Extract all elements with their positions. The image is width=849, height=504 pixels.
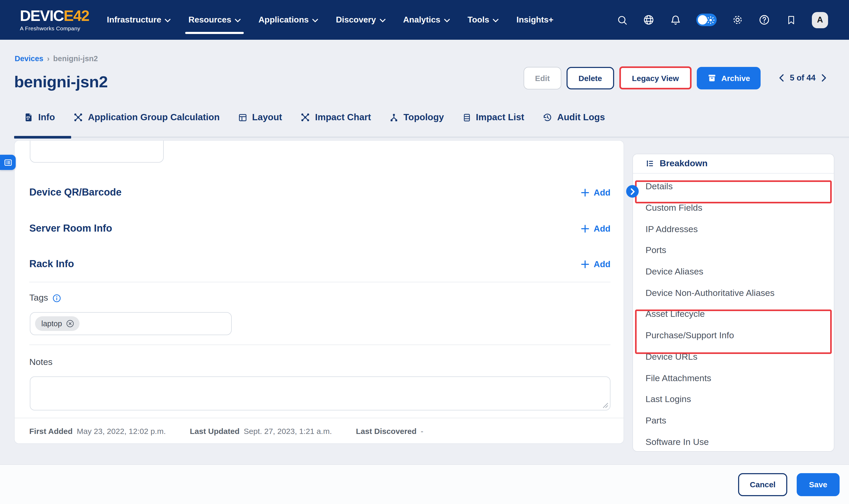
document-icon xyxy=(24,112,34,122)
active-tab-indicator xyxy=(14,136,71,139)
add-server-room-info-button[interactable]: Add xyxy=(581,223,611,233)
breadcrumb: Devices › benigni-jsn2 xyxy=(15,54,98,63)
edit-button[interactable]: Edit xyxy=(524,67,561,89)
sidebar-item-device-aliases[interactable]: Device Aliases xyxy=(633,262,834,283)
sun-icon xyxy=(706,15,715,24)
notifications-bell-icon[interactable] xyxy=(670,14,681,25)
sidebar-item-file-attachments[interactable]: File Attachments xyxy=(633,367,834,389)
archive-button[interactable]: Archive xyxy=(697,67,761,89)
globe-icon[interactable] xyxy=(643,14,654,25)
sidebar-item-last-logins[interactable]: Last Logins xyxy=(633,389,834,410)
form-action-bar: Cancel Save xyxy=(0,464,849,504)
avatar[interactable]: A xyxy=(812,12,828,28)
info-icon[interactable] xyxy=(52,293,61,303)
list-rows-icon xyxy=(462,113,471,122)
sidebar-item-device-non-authoritative-aliases[interactable]: Device Non-Authoritative Aliases xyxy=(633,283,834,304)
nav-item-insights[interactable]: Insights+ xyxy=(516,12,553,28)
tab-application-group-calculation[interactable]: Application Group Calculation xyxy=(73,112,220,123)
tab-info[interactable]: Info xyxy=(24,112,55,123)
tags-label: Tags xyxy=(29,293,48,303)
breakdown-title: Breakdown xyxy=(660,158,707,169)
plus-icon xyxy=(581,224,589,232)
nav-item-resources[interactable]: Resources xyxy=(189,12,241,28)
legacy-view-button[interactable]: Legacy View xyxy=(621,68,690,88)
section-server-room-info: Server Room Info Add xyxy=(29,220,611,237)
nav-item-discovery[interactable]: Discovery xyxy=(336,12,385,28)
tab-layout[interactable]: Layout xyxy=(238,112,282,123)
nav-item-analytics[interactable]: Analytics xyxy=(403,12,449,28)
logo-wordmark: DEVICE42 xyxy=(20,8,89,24)
notes-label-row: Notes xyxy=(29,357,53,367)
remove-tag-icon[interactable] xyxy=(66,320,74,328)
bookmark-icon[interactable] xyxy=(785,14,797,25)
breakdown-header: Breakdown xyxy=(633,154,834,174)
history-icon xyxy=(543,112,552,122)
sidebar-item-custom-fields[interactable]: Custom Fields xyxy=(633,197,834,218)
settings-gear-icon[interactable] xyxy=(732,14,743,25)
sidebar-item-purchase-support-info[interactable]: Purchase/Support Info xyxy=(633,325,834,346)
next-record-icon[interactable] xyxy=(821,74,827,82)
tags-label-row: Tags xyxy=(29,293,61,303)
add-rack-info-button[interactable]: Add xyxy=(581,259,611,269)
collapse-breakdown-button[interactable] xyxy=(626,185,639,198)
network-icon xyxy=(301,112,311,122)
meta-last-updated: Last UpdatedSept. 27, 2023, 1:21 a.m. xyxy=(190,426,332,435)
tab-impact-chart[interactable]: Impact Chart xyxy=(301,112,371,123)
divider xyxy=(29,282,611,282)
main-nav: Infrastructure Resources Applications Di… xyxy=(107,12,553,28)
breadcrumb-separator: › xyxy=(47,54,50,63)
tab-impact-list[interactable]: Impact List xyxy=(462,112,524,123)
meta-first-added: First AddedMay 23, 2022, 12:02 p.m. xyxy=(29,426,166,435)
network-icon xyxy=(73,112,83,122)
previous-record-icon[interactable] xyxy=(779,74,784,82)
sidebar-item-ports[interactable]: Ports xyxy=(633,240,834,261)
tab-audit-logs[interactable]: Audit Logs xyxy=(543,112,605,123)
section-rack-info: Rack Info Add xyxy=(29,256,611,272)
page: DEVICE42 A Freshworks Company Infrastruc… xyxy=(0,0,849,504)
sidebar-item-software-in-use[interactable]: Software In Use xyxy=(633,432,834,452)
page-actions: Edit Delete Legacy View Archive 5 of 44 xyxy=(524,67,827,89)
scrolled-input-field[interactable] xyxy=(30,140,164,163)
logo[interactable]: DEVICE42 A Freshworks Company xyxy=(20,8,89,31)
tags-input[interactable]: laptop xyxy=(30,312,232,335)
tree-list-icon xyxy=(645,159,654,168)
save-button[interactable]: Save xyxy=(797,473,839,496)
add-device-qr-barcode-button[interactable]: Add xyxy=(581,187,611,197)
section-title: Rack Info xyxy=(29,258,74,270)
toggle-knob xyxy=(698,15,707,24)
notes-textarea[interactable] xyxy=(30,377,610,410)
pagination-count: 5 of 44 xyxy=(790,73,815,83)
tag-chip-laptop: laptop xyxy=(35,316,79,331)
chevron-down-icon xyxy=(312,19,318,22)
cancel-button[interactable]: Cancel xyxy=(738,473,787,496)
breakdown-panel: Breakdown Details Custom Fields IP Addre… xyxy=(633,154,834,452)
help-icon[interactable] xyxy=(759,14,770,25)
tab-underline-track xyxy=(14,137,849,138)
sidebar-item-parts[interactable]: Parts xyxy=(633,410,834,431)
meta-last-discovered: Last Discovered- xyxy=(356,426,423,435)
logo-tagline: A Freshworks Company xyxy=(20,26,89,31)
nav-item-infrastructure[interactable]: Infrastructure xyxy=(107,12,171,28)
notes-label: Notes xyxy=(29,357,53,367)
device-tabs: Info Application Group Calculation Layou… xyxy=(24,112,605,123)
nav-item-applications[interactable]: Applications xyxy=(259,12,318,28)
theme-toggle[interactable] xyxy=(696,14,717,26)
sidebar-item-ip-addresses[interactable]: IP Addresses xyxy=(633,219,834,240)
annotation-highlight-legacy-view: Legacy View xyxy=(619,67,692,89)
sidebar-item-details[interactable]: Details xyxy=(633,176,834,197)
page-title: benigni-jsn2 xyxy=(14,73,108,91)
notes-field-wrap xyxy=(30,376,611,410)
section-title: Server Room Info xyxy=(29,223,112,234)
tab-topology[interactable]: Topology xyxy=(389,112,444,123)
sidebar-item-device-urls[interactable]: Device URLs xyxy=(633,346,834,367)
breadcrumb-current: benigni-jsn2 xyxy=(53,54,98,63)
sidebar-item-asset-lifecycle[interactable]: Asset Lifecycle xyxy=(633,304,834,325)
side-panel-toggle-button[interactable] xyxy=(0,155,16,170)
breadcrumb-devices-link[interactable]: Devices xyxy=(15,54,43,63)
archive-icon xyxy=(707,73,717,83)
chevron-right-icon xyxy=(630,188,635,195)
plus-icon xyxy=(581,260,589,268)
delete-button[interactable]: Delete xyxy=(567,67,614,89)
search-icon[interactable] xyxy=(616,14,628,25)
nav-item-tools[interactable]: Tools xyxy=(468,12,499,28)
